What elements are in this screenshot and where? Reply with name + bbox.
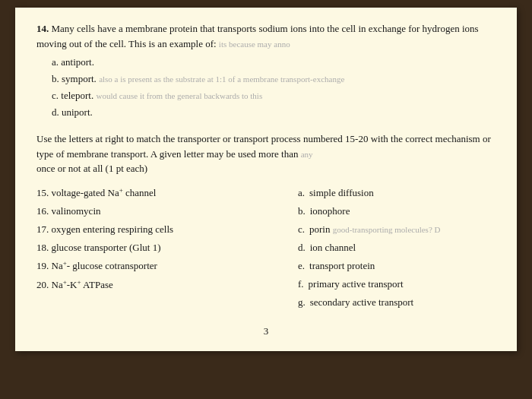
option-a-letter: a. — [298, 184, 305, 202]
q14-option-a: a. antiport. — [52, 54, 496, 71]
q14-option-c: c. teleport. would cause it from the gen… — [52, 87, 496, 104]
two-col-section: 15. voltage-gated Na+ channel 16. valino… — [36, 184, 496, 312]
q20: 20. Na+-K+ ATPase — [36, 276, 298, 294]
q15: 15. voltage-gated Na+ channel — [36, 184, 298, 202]
option-a: a. simple diffusion — [298, 184, 496, 202]
q18: 18. glucose transporter (Glut 1) — [36, 239, 298, 257]
q14-number: 14. — [36, 23, 49, 34]
question-14: 14. Many cells have a membrane protein t… — [36, 21, 496, 121]
left-questions: 15. voltage-gated Na+ channel 16. valino… — [36, 184, 298, 312]
option-e-letter: e. — [298, 257, 305, 275]
option-b: b. ionophore — [298, 202, 496, 220]
option-g-label: secondary active transport — [310, 293, 413, 312]
instructions-text: Use the letters at right to match the tr… — [36, 131, 496, 176]
option-c-label: porin good-transporting molecules? D — [309, 220, 440, 239]
option-d-label: ion channel — [310, 239, 356, 257]
option-a-label: simple diffusion — [309, 184, 374, 202]
q19: 19. Na+- glucose cotransporter — [36, 257, 298, 275]
exam-page: 14. Many cells have a membrane protein t… — [15, 8, 517, 351]
right-options: a. simple diffusion b. ionophore c. pori… — [298, 184, 496, 312]
option-g: g. secondary active transport — [298, 293, 496, 312]
q17: 17. oxygen entering respiring cells — [36, 220, 298, 239]
option-f-label: primary active transport — [309, 275, 404, 293]
option-c-letter: c. — [298, 220, 305, 239]
option-d-letter: d. — [298, 239, 306, 257]
q16: 16. valinomycin — [36, 202, 298, 220]
instructions-15-20: Use the letters at right to match the tr… — [36, 131, 496, 176]
option-c: c. porin good-transporting molecules? D — [298, 220, 496, 239]
option-f-letter: f. — [298, 275, 304, 293]
q14-text: 14. Many cells have a membrane protein t… — [36, 21, 496, 51]
option-e: e. transport protein — [298, 257, 496, 275]
option-b-letter: b. — [298, 202, 306, 220]
option-f: f. primary active transport — [298, 275, 496, 293]
option-b-label: ionophore — [310, 202, 350, 220]
option-g-letter: g. — [298, 293, 306, 312]
option-d: d. ion channel — [298, 239, 496, 257]
page-number: 3 — [36, 325, 496, 337]
q14-options: a. antiport. b. symport. also a is prese… — [52, 54, 496, 121]
q14-option-d: d. uniport. — [52, 104, 496, 121]
option-e-label: transport protein — [309, 257, 375, 275]
q14-option-b: b. symport. also a is present as the sub… — [52, 71, 496, 87]
